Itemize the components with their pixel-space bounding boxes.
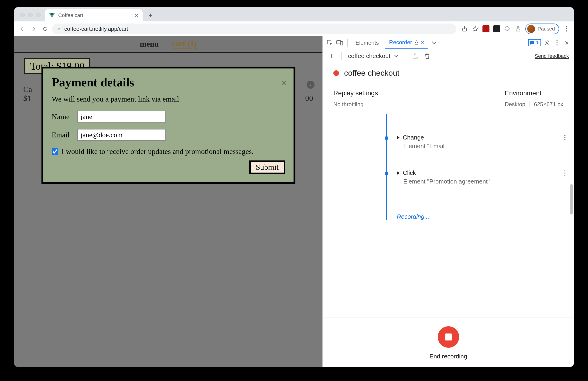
bookmark-star-icon[interactable]: [472, 25, 479, 32]
svg-point-8: [557, 40, 558, 41]
url-field[interactable]: coffee-cart.netlify.app/cart: [52, 23, 456, 34]
avatar-icon: [527, 25, 535, 33]
end-recording-label: End recording: [430, 353, 467, 360]
export-icon[interactable]: [412, 53, 419, 60]
recorder-footer: End recording: [323, 317, 574, 367]
device-toggle-icon[interactable]: [336, 39, 343, 46]
throttling-value[interactable]: No throttling: [333, 101, 378, 108]
chat-icon: [529, 40, 535, 45]
close-icon[interactable]: ×: [421, 39, 424, 46]
tab-recorder[interactable]: Recorder ×: [385, 36, 428, 49]
replay-settings-title: Replay settings: [333, 89, 378, 97]
window-minimize[interactable]: [28, 13, 33, 17]
window-zoom[interactable]: [36, 13, 41, 17]
submit-button[interactable]: Submit: [249, 160, 285, 174]
profile-status: Paused: [537, 26, 555, 32]
labs-flask-icon[interactable]: [515, 25, 522, 32]
disclosure-icon[interactable]: [397, 136, 400, 140]
separator: [347, 39, 348, 47]
modal-subtitle: We will send you a payment link via emai…: [52, 95, 285, 103]
browser-window: Coffee cart × + coffee-cart.netlify.app/…: [14, 7, 574, 367]
step-menu-icon[interactable]: [564, 170, 566, 177]
cart-item-price-left: $1: [23, 94, 31, 102]
tab-elements[interactable]: Elements: [352, 36, 382, 49]
devtools-close-icon[interactable]: ×: [563, 39, 570, 46]
scrollbar[interactable]: [570, 184, 573, 215]
vue-icon: [49, 13, 55, 18]
arrow-right-icon: [31, 26, 36, 32]
step-action: Click: [403, 169, 416, 177]
email-label: Email: [52, 131, 74, 139]
arrow-left-icon: [19, 26, 25, 32]
send-feedback-link[interactable]: Send feedback: [535, 53, 569, 59]
tab-title: Coffee cart: [58, 12, 131, 19]
step-detail: Element "Promotion agreement": [397, 178, 566, 185]
extension-icon[interactable]: [483, 25, 489, 32]
env-dims: 625×671 px: [534, 101, 563, 108]
svg-point-1: [566, 26, 567, 27]
nav-cart[interactable]: cart (1): [172, 39, 197, 49]
remove-item-button[interactable]: x: [307, 81, 315, 89]
svg-point-9: [557, 42, 558, 43]
end-recording-button[interactable]: [438, 326, 459, 348]
svg-point-3: [566, 30, 567, 31]
share-icon[interactable]: [461, 25, 468, 32]
new-tab-button[interactable]: +: [145, 10, 156, 20]
delete-icon[interactable]: [424, 53, 431, 60]
name-input[interactable]: [77, 111, 166, 122]
svg-rect-6: [340, 41, 343, 45]
extension-icon[interactable]: [493, 25, 500, 32]
site-info-icon[interactable]: [57, 27, 61, 31]
issues-badge[interactable]: 1: [528, 39, 541, 46]
tab-close-icon[interactable]: ×: [135, 12, 138, 19]
app-page: menu cart (1) Total: $19.00 Ca $1 00 x ×…: [14, 36, 322, 367]
browser-tab[interactable]: Coffee cart ×: [45, 9, 143, 21]
timeline-line: [386, 114, 387, 220]
name-label: Name: [52, 113, 74, 121]
settings-gear-icon[interactable]: [544, 39, 551, 46]
svg-point-14: [565, 170, 566, 172]
svg-point-15: [565, 173, 566, 174]
recording-select[interactable]: coffee checkout: [348, 52, 398, 60]
back-button[interactable]: [17, 24, 26, 34]
recorder-toolbar: + coffee checkout Send feedback: [323, 49, 574, 63]
payment-modal: × Payment details We will send you a pay…: [42, 67, 295, 184]
disclosure-icon[interactable]: [397, 171, 400, 175]
new-recording-icon[interactable]: +: [328, 53, 335, 60]
tab-bar: Coffee cart × +: [14, 7, 574, 21]
url-actions: Paused: [459, 23, 571, 34]
step-row[interactable]: Click Element "Promotion agreement": [385, 169, 566, 185]
step-row[interactable]: Change Element "Email": [385, 134, 566, 150]
step-detail: Element "Email": [397, 142, 566, 150]
reload-icon: [42, 26, 48, 32]
window-controls: [19, 13, 45, 21]
svg-point-12: [565, 137, 566, 138]
recording-indicator-icon: [333, 70, 339, 76]
extensions-puzzle-icon[interactable]: [504, 25, 511, 32]
separator: [341, 52, 341, 60]
inspect-icon[interactable]: [326, 39, 333, 46]
browser-menu-icon[interactable]: [563, 25, 570, 32]
flask-icon: [415, 40, 419, 45]
environment-title: Environment: [505, 89, 563, 97]
content: menu cart (1) Total: $19.00 Ca $1 00 x ×…: [14, 36, 574, 367]
forward-button[interactable]: [29, 24, 38, 34]
more-tabs-icon[interactable]: [431, 39, 438, 46]
reload-button[interactable]: [41, 24, 50, 34]
svg-point-10: [557, 44, 558, 45]
promo-checkbox[interactable]: [52, 148, 58, 155]
env-device: Desktop: [505, 101, 525, 108]
app-nav: menu cart (1): [14, 36, 322, 53]
profile-paused-pill[interactable]: Paused: [525, 23, 559, 34]
chevron-down-icon: [394, 55, 398, 58]
step-menu-icon[interactable]: [564, 135, 566, 141]
svg-point-2: [566, 28, 567, 29]
svg-point-16: [565, 175, 566, 176]
step-action: Change: [403, 134, 424, 141]
window-close[interactable]: [20, 13, 25, 17]
email-input[interactable]: [77, 129, 166, 141]
nav-menu[interactable]: menu: [140, 40, 159, 48]
devtools-panel: Elements Recorder × 1: [322, 36, 574, 367]
modal-close-icon[interactable]: ×: [281, 77, 287, 88]
kebab-menu-icon[interactable]: [553, 39, 561, 46]
